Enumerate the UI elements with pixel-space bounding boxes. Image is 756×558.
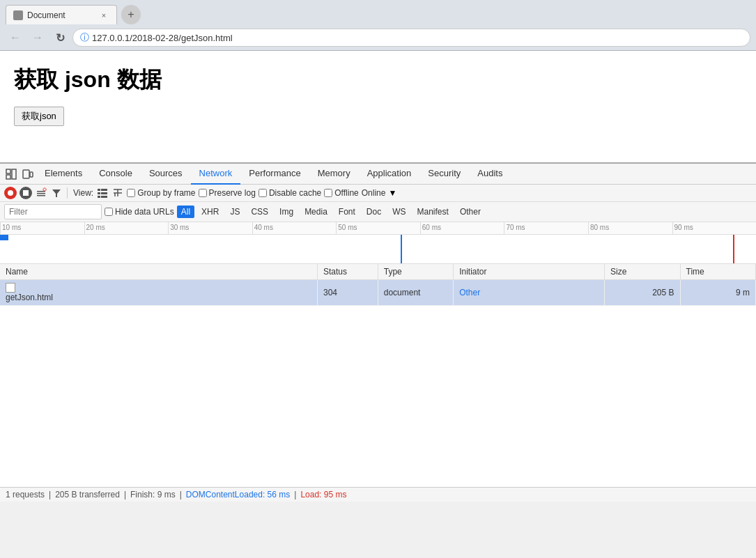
tick-90ms: 90 ms (672, 222, 757, 234)
tab-performance[interactable]: Performance (240, 164, 309, 185)
table-header-row: Name Status Type Initiator Size Time (0, 264, 756, 280)
filter-type-js[interactable]: JS (226, 206, 244, 218)
col-time[interactable]: Time (680, 264, 756, 280)
svg-rect-0 (6, 169, 10, 173)
filter-type-img[interactable]: Img (275, 206, 298, 218)
filter-type-manifest[interactable]: Manifest (413, 206, 453, 218)
separator-2: | (124, 490, 126, 499)
requests-count: 1 requests (6, 490, 45, 499)
col-type[interactable]: Type (378, 264, 453, 280)
filter-toggle-button[interactable] (50, 187, 63, 199)
domcontent-loaded-line (401, 235, 402, 264)
filter-type-xhr[interactable]: XHR (197, 206, 223, 218)
filter-bar: Hide data URLs All XHR JS CSS Img Media … (0, 202, 756, 222)
devtools-tab-bar: Elements Console Sources Network Perform… (0, 164, 756, 185)
svg-rect-6 (23, 190, 29, 196)
tab-title: Document (27, 10, 94, 20)
network-toolbar: View: Group by frame (0, 185, 756, 202)
tab-favicon (13, 10, 23, 20)
network-timeline: 10 ms 20 ms 30 ms 40 ms 50 ms 60 ms 70 m… (0, 222, 756, 264)
preserve-log-checkbox[interactable]: Preserve log (199, 188, 256, 198)
tick-20ms: 20 ms (84, 222, 169, 234)
tab-security[interactable]: Security (419, 164, 469, 185)
svg-rect-15 (98, 192, 100, 194)
tick-40ms: 40 ms (252, 222, 337, 234)
record-button[interactable] (4, 187, 17, 199)
tick-30ms: 30 ms (168, 222, 252, 234)
svg-rect-18 (101, 192, 107, 194)
tab-console[interactable]: Console (91, 164, 141, 185)
address-bar-row: ← → ↻ ⓘ 127.0.0.1/2018-02-28/getJson.htm… (0, 25, 756, 50)
tab-sources[interactable]: Sources (141, 164, 191, 185)
col-name[interactable]: Name (0, 264, 317, 280)
domcontent-time: DOMContentLoaded: 56 ms (186, 490, 290, 499)
refresh-button[interactable]: ↻ (50, 28, 70, 47)
fetch-json-button[interactable]: 获取json (14, 107, 64, 126)
filter-type-other[interactable]: Other (456, 206, 485, 218)
row-initiator-cell: Other (454, 280, 605, 306)
page-title: 获取 json 数据 (14, 65, 742, 95)
group-by-frame-checkbox[interactable]: Group by frame (127, 188, 195, 198)
secure-icon: ⓘ (80, 31, 89, 44)
view-label: View: (73, 188, 93, 198)
filter-type-font[interactable]: Font (334, 206, 360, 218)
new-tab-button[interactable]: + (121, 5, 141, 24)
filter-type-doc[interactable]: Doc (362, 206, 385, 218)
file-icon (6, 283, 15, 293)
finish-time: Finish: 9 ms (130, 490, 176, 499)
col-size[interactable]: Size (605, 264, 680, 280)
view-list-icon[interactable] (96, 187, 109, 199)
active-tab[interactable]: Document × (6, 5, 117, 24)
disable-cache-checkbox[interactable]: Disable cache (259, 188, 321, 198)
row-time-cell: 9 m (680, 280, 756, 306)
back-button[interactable]: ← (6, 28, 25, 47)
view-waterfall-icon[interactable] (111, 187, 124, 199)
svg-rect-16 (98, 196, 100, 198)
tab-bar: Document × + (0, 0, 756, 25)
tab-close-button[interactable]: × (98, 10, 109, 21)
tick-60ms: 60 ms (420, 222, 504, 234)
status-bar: 1 requests | 205 B transferred | Finish:… (0, 487, 756, 502)
col-status[interactable]: Status (317, 264, 378, 280)
address-text: 127.0.0.1/2018-02-28/getJson.html (92, 33, 233, 43)
offline-checkbox[interactable]: Offline (324, 188, 358, 198)
col-initiator[interactable]: Initiator (454, 264, 605, 280)
transferred-size: 205 B transferred (55, 490, 120, 499)
row-status-cell: 304 (317, 280, 378, 306)
load-line (733, 235, 734, 264)
throttle-dropdown-icon[interactable]: ▼ (388, 188, 396, 198)
network-table-container: Name Status Type Initiator Size Time get… (0, 264, 756, 487)
filter-type-all[interactable]: All (177, 206, 194, 218)
svg-rect-9 (37, 195, 45, 196)
toolbar-divider (67, 187, 68, 199)
tab-audits[interactable]: Audits (469, 164, 511, 185)
tick-70ms: 70 ms (504, 222, 588, 234)
forward-button[interactable]: → (28, 28, 47, 47)
address-bar[interactable]: ⓘ 127.0.0.1/2018-02-28/getJson.html (72, 29, 750, 47)
online-label: Online (362, 188, 386, 198)
timeline-ruler: 10 ms 20 ms 30 ms 40 ms 50 ms 60 ms 70 m… (0, 222, 756, 235)
filter-input[interactable] (4, 204, 102, 219)
row-name-cell: getJson.html (0, 280, 317, 306)
table-row[interactable]: getJson.html 304 document Other 205 B 9 … (0, 280, 756, 306)
tab-elements[interactable]: Elements (36, 164, 91, 185)
svg-rect-17 (101, 189, 107, 191)
tab-network[interactable]: Network (191, 164, 241, 185)
devtools-panel: Elements Console Sources Network Perform… (0, 162, 756, 502)
stop-button[interactable] (20, 187, 32, 199)
separator-4: | (294, 490, 296, 499)
filter-type-media[interactable]: Media (300, 206, 332, 218)
filter-type-css[interactable]: CSS (247, 206, 272, 218)
tab-application[interactable]: Application (359, 164, 420, 185)
filter-type-ws[interactable]: WS (388, 206, 410, 218)
clear-button[interactable] (35, 187, 47, 199)
devtools-inspect-icon[interactable] (3, 166, 20, 183)
svg-rect-2 (12, 169, 16, 179)
svg-rect-1 (6, 175, 10, 179)
load-time: Load: 95 ms (300, 490, 346, 499)
tab-memory[interactable]: Memory (309, 164, 359, 185)
timeline-position-indicator (0, 235, 8, 240)
network-table: Name Status Type Initiator Size Time get… (0, 264, 756, 306)
hide-data-urls-checkbox[interactable]: Hide data URLs (105, 207, 174, 217)
devtools-device-icon[interactable] (20, 166, 36, 183)
